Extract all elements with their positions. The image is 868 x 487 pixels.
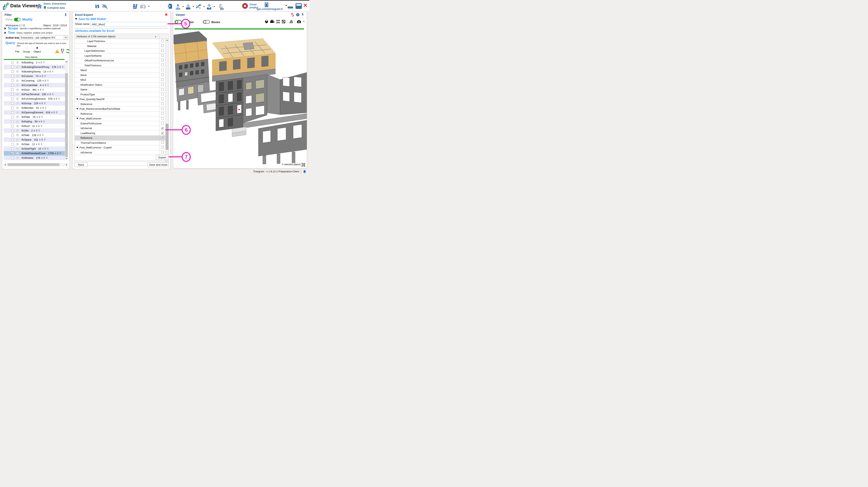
- user-badge-icon[interactable]: [264, 2, 269, 8]
- tree-row-IfcStair[interactable]: IfcStair12≡0⠿: [4, 142, 65, 146]
- import-target-icon[interactable]: [175, 4, 181, 10]
- tree-row-IfcOpeningElement[interactable]: IfcOpeningElement818≡0⠿: [4, 110, 65, 115]
- row-checkbox[interactable]: [11, 134, 14, 136]
- section-disabled-icon[interactable]: [291, 13, 294, 17]
- tree-row-IfcBuildingStorey[interactable]: IfcBuildingStorey13≡0⠿: [4, 69, 65, 74]
- attribute-row-LoadBearing[interactable]: LoadBearing✓: [75, 131, 166, 136]
- row-checkbox[interactable]: [11, 84, 14, 86]
- row-checkbox[interactable]: [11, 138, 14, 141]
- attribute-checkbox[interactable]: ✓: [161, 137, 164, 139]
- attribute-checkbox[interactable]: ✓: [161, 132, 164, 135]
- attribute-row-Material[interactable]: Material: [75, 44, 166, 49]
- tree-horizontal-scrollbar[interactable]: [4, 163, 68, 166]
- attribute-row-LayerSetName[interactable]: LayerSetName: [75, 54, 166, 58]
- tree-vertical-scrollbar[interactable]: [65, 60, 68, 160]
- boxes-toggle[interactable]: [203, 20, 210, 24]
- tree-row-IfcSite[interactable]: IfcSite2≡0⠿: [4, 128, 65, 133]
- attribute-row-IsExternal[interactable]: IsExternal: [75, 150, 166, 155]
- attribute-checkbox[interactable]: [161, 83, 164, 86]
- expand-view-icon[interactable]: [282, 20, 285, 24]
- tree-label[interactable]: Tree: [8, 31, 15, 35]
- attribute-row-Reference[interactable]: Reference: [75, 102, 166, 107]
- library-icon[interactable]: [133, 4, 138, 9]
- row-checkbox[interactable]: [11, 70, 14, 73]
- shrink-view-icon[interactable]: [276, 20, 280, 24]
- attribute-row-ExtendToStructure[interactable]: ExtendToStructure: [75, 121, 166, 126]
- attribute-checkbox[interactable]: [161, 64, 164, 66]
- window-close-button[interactable]: ✕: [303, 2, 308, 9]
- user-email[interactable]: tgm.cclot@treegram.fr: [256, 8, 283, 10]
- attribute-row-Name[interactable]: Name: [75, 87, 166, 92]
- attribute-checkbox[interactable]: [161, 45, 164, 47]
- viewport-3d[interactable]: [174, 30, 306, 160]
- tree-row-IfcWallStandardCase[interactable]: ✓IfcWallStandardCase1708≡0⠿: [4, 151, 65, 155]
- radio-file[interactable]: File: [15, 47, 19, 53]
- save-and-close-button[interactable]: Save and close: [148, 162, 169, 167]
- attribute-row-Modification-Status[interactable]: Modification Status: [75, 83, 166, 87]
- group-collapse-icon[interactable]: [76, 98, 78, 100]
- attribute-checkbox[interactable]: [161, 49, 164, 52]
- attributes-table-header[interactable]: Attributes of 1708 selected objects ▲: [75, 34, 168, 39]
- attribute-checkbox[interactable]: [161, 146, 164, 149]
- row-checkbox[interactable]: [11, 97, 14, 100]
- back-button[interactable]: Back: [74, 162, 88, 167]
- download-tray-icon[interactable]: [185, 4, 191, 10]
- upload-dropdown-caret[interactable]: [213, 6, 215, 7]
- tree-row-IfcPlate[interactable]: IfcPlate15≡0⠿: [4, 115, 65, 119]
- group-collapse-icon[interactable]: [76, 147, 78, 148]
- radio-object[interactable]: Object: [34, 47, 41, 53]
- view-modify-toggle[interactable]: [14, 18, 21, 21]
- attribute-checkbox[interactable]: [161, 40, 164, 42]
- transfer-shuffle-icon[interactable]: [196, 4, 202, 9]
- minimize-button[interactable]: [288, 6, 293, 8]
- download-dropdown-caret[interactable]: [192, 6, 194, 7]
- tree-row-IfcFurnishingElement[interactable]: IfcFurnishingElement579≡0⠿: [4, 96, 65, 101]
- shuffle-dropdown-caret[interactable]: [203, 6, 205, 7]
- project-name[interactable]: Demo_Extractions: [43, 2, 66, 5]
- tree-row-IfcRailing[interactable]: IfcRailing59≡0⠿: [4, 119, 65, 124]
- tree-row-IfcCurtainWall[interactable]: IfcCurtainWall4≡0⠿: [4, 83, 65, 87]
- row-checkbox[interactable]: [11, 116, 14, 118]
- row-checkbox[interactable]: [11, 125, 14, 127]
- excel-close-icon[interactable]: ✖: [165, 12, 168, 17]
- cube-view-icon[interactable]: [265, 20, 268, 24]
- tree-row-IfcDoor[interactable]: IfcDoor461≡0⠿: [4, 87, 65, 92]
- attribute-row-TotalThickness[interactable]: TotalThickness: [75, 63, 166, 68]
- row-checkbox[interactable]: ✓: [11, 152, 14, 154]
- attribute-row-LayerSetDirection[interactable]: LayerSetDirection: [75, 49, 166, 54]
- tree-row-IfcRoof[interactable]: IfcRoof11≡0⠿: [4, 124, 65, 128]
- close-project-button[interactable]: Closeproject: [242, 3, 258, 9]
- save-icon[interactable]: [95, 4, 100, 9]
- attribute-row-MaxZ[interactable]: MaxZ: [75, 68, 166, 73]
- attribute-checkbox[interactable]: [161, 107, 164, 110]
- attribute-row-ProductType[interactable]: ProductType: [75, 92, 166, 97]
- user-dropdown-caret[interactable]: [285, 5, 287, 6]
- attribute-checkbox[interactable]: [161, 59, 164, 62]
- attribute-row-Pset_WallCommon[interactable]: Pset_WallCommon: [75, 116, 166, 121]
- refresh-icon[interactable]: [66, 49, 70, 53]
- attribute-checkbox[interactable]: [161, 54, 164, 57]
- save-for-bim-shaker[interactable]: Save for BIM Shaker: [75, 18, 106, 21]
- cube-3d-icon[interactable]: 3D: [217, 3, 223, 10]
- branch-icon[interactable]: [61, 49, 64, 54]
- maximize-button[interactable]: [296, 3, 302, 9]
- row-checkbox[interactable]: [11, 88, 14, 91]
- attribute-checkbox[interactable]: [161, 151, 164, 153]
- row-checkbox[interactable]: [11, 156, 14, 159]
- row-checkbox[interactable]: [11, 111, 14, 114]
- attribute-row-Mesh[interactable]: Mesh: [75, 73, 166, 78]
- cloud-offline-icon[interactable]: [102, 4, 108, 9]
- attribute-checkbox[interactable]: [161, 98, 164, 100]
- sheet-name-input[interactable]: ARC_Murs: [90, 22, 166, 27]
- radio-group[interactable]: Group: [23, 47, 30, 53]
- tree-row-IfcSpace[interactable]: IfcSpace311≡0⠿: [4, 137, 65, 142]
- attribute-checkbox[interactable]: [161, 117, 164, 120]
- row-checkbox[interactable]: [11, 61, 14, 64]
- projector-dropdown-caret[interactable]: [148, 6, 150, 7]
- attribute-checkbox[interactable]: ✓: [161, 127, 164, 130]
- pin-icon[interactable]: [301, 13, 304, 17]
- video-camera-icon[interactable]: [270, 20, 274, 23]
- row-checkbox[interactable]: [11, 75, 14, 77]
- camera-icon[interactable]: [297, 20, 301, 23]
- active-tree-select[interactable]: Extractions - par catégorie IFC: [19, 35, 68, 40]
